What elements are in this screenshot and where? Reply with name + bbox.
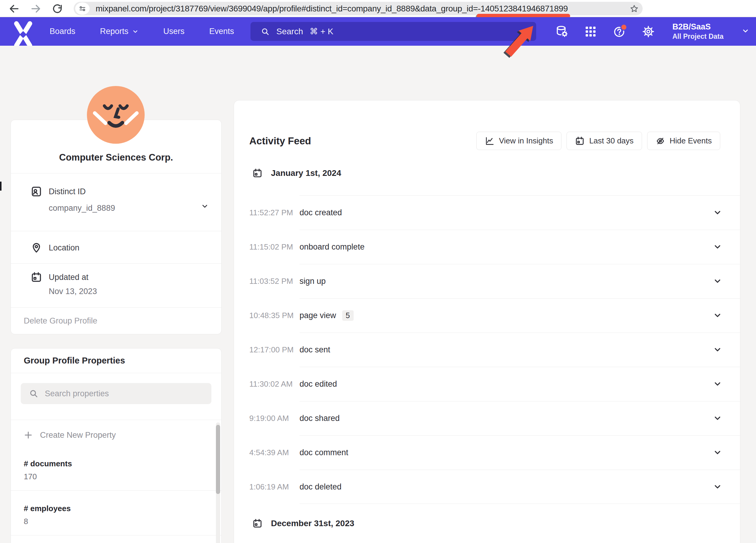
event-chevron-down-icon[interactable] [713, 333, 722, 367]
distinct-id-value[interactable]: company_id_8889 [11, 204, 221, 213]
nav-item-events[interactable]: Events [209, 27, 234, 36]
event-chevron-down-icon[interactable] [713, 298, 722, 333]
property-value: 170 [24, 472, 221, 481]
properties-scrollbar-thumb[interactable] [216, 425, 220, 494]
eye-off-icon [656, 136, 665, 146]
event-name: doc deleted [300, 470, 342, 504]
event-row[interactable]: 1:06:19 AM doc deleted [234, 470, 740, 504]
nav-item-boards[interactable]: Boards [50, 27, 75, 36]
properties-list: Create New Property # documents 170 [11, 424, 221, 535]
project-chevron-down-icon[interactable] [742, 27, 749, 36]
last-30-days-button[interactable]: Last 30 days [567, 132, 642, 150]
event-name: onboard complete [300, 230, 364, 264]
nav-item-reports[interactable]: Reports [100, 27, 139, 36]
group-profile-card: Computer Sciences Corp. Distinct ID comp… [11, 120, 222, 334]
event-chevron-down-icon[interactable] [713, 401, 722, 435]
notification-dot [620, 24, 627, 31]
event-name: doc sent [300, 333, 330, 367]
chevron-down-icon [132, 28, 139, 35]
hide-events-button[interactable]: Hide Events [647, 132, 720, 150]
calendar-icon [575, 136, 585, 146]
search-icon [29, 389, 38, 400]
event-row[interactable]: 11:30:02 AM doc edited [234, 367, 740, 401]
browser-back-icon[interactable] [8, 3, 20, 14]
event-chevron-down-icon[interactable] [713, 367, 722, 401]
event-name-text: doc created [300, 208, 342, 217]
create-new-property-button[interactable]: Create New Property [11, 424, 221, 446]
help-icon[interactable] [613, 25, 626, 38]
event-chevron-down-icon[interactable] [713, 435, 722, 470]
apps-grid-icon[interactable] [584, 25, 597, 38]
main-nav-menu: Boards Reports Users Events [50, 17, 234, 46]
distinct-id-chevron-down-icon[interactable] [201, 202, 209, 211]
nav-reports-label: Reports [100, 27, 129, 36]
property-item[interactable]: # documents 170 [11, 446, 221, 491]
event-name: doc created [300, 195, 342, 230]
group-profile-properties-card: Group Profile Properties Create New Prop… [11, 348, 222, 543]
event-name: page view5 [300, 298, 354, 333]
activity-feed-card: Activity Feed View in Insights La [234, 100, 740, 543]
search-icon [261, 27, 270, 36]
event-row[interactable]: 9:19:00 AM doc shared [234, 401, 740, 435]
id-badge-icon [31, 186, 42, 197]
nav-events-label: Events [209, 27, 234, 36]
event-name: doc edited [300, 367, 337, 401]
properties-items: # documents 170 # employees 8 [11, 446, 221, 535]
updated-at-section: Updated at Nov 13, 2023 [11, 263, 221, 307]
activity-feed-actions: View in Insights Last 30 days [476, 132, 720, 150]
event-row[interactable]: 11:52:27 PM doc created [234, 195, 740, 230]
event-row[interactable]: 10:48:35 PM page view5 [234, 298, 740, 333]
event-time: 10:48:35 PM [249, 298, 293, 333]
content-area: Computer Sciences Corp. Distinct ID comp… [0, 46, 756, 543]
browser-forward-icon[interactable] [30, 3, 41, 14]
properties-search-section [11, 373, 221, 420]
url-text[interactable]: mixpanel.com/project/3187769/view/369904… [96, 2, 568, 15]
nav-item-users[interactable]: Users [163, 27, 185, 36]
properties-search-input[interactable] [21, 383, 211, 404]
event-chevron-down-icon[interactable] [713, 470, 722, 504]
site-settings-icon[interactable] [75, 2, 90, 15]
plus-icon [24, 431, 33, 440]
line-chart-icon [485, 136, 494, 146]
settings-gear-icon[interactable] [642, 25, 655, 38]
project-selector[interactable]: B2B/SaaS All Project Data [672, 22, 724, 41]
navbar-right-cluster: B2B/SaaS All Project Data [555, 17, 749, 46]
calendar-icon [252, 518, 263, 529]
event-time: 11:03:52 PM [249, 264, 293, 298]
event-name-text: page view [300, 311, 336, 320]
bookmark-star-icon[interactable] [629, 4, 639, 15]
event-chevron-down-icon[interactable] [713, 195, 722, 230]
property-name: # documents [24, 459, 221, 468]
global-search-label: Search [276, 27, 303, 36]
event-row[interactable]: 4:54:39 AM doc comment [234, 435, 740, 470]
project-scope: All Project Data [672, 32, 724, 41]
location-label: Location [49, 243, 79, 253]
last-30-days-label: Last 30 days [589, 136, 633, 146]
event-name-text: sign up [300, 277, 326, 286]
url-highlighted-id: -1405123841946871899 [478, 4, 568, 14]
event-row[interactable]: 12:17:00 PM doc sent [234, 333, 740, 367]
browser-reload-icon[interactable] [52, 3, 63, 14]
event-chevron-down-icon[interactable] [713, 230, 722, 264]
activity-feed-title: Activity Feed [249, 135, 311, 147]
event-row[interactable]: 11:15:02 PM onboard complete [234, 230, 740, 264]
nav-users-label: Users [163, 27, 185, 36]
event-name-text: onboard complete [300, 242, 364, 252]
event-chevron-down-icon[interactable] [713, 264, 722, 298]
company-avatar [87, 86, 145, 144]
mixpanel-logo-icon[interactable] [11, 21, 35, 42]
properties-panel-title: Group Profile Properties [11, 348, 221, 373]
event-row[interactable]: 11:03:52 PM sign up [234, 264, 740, 298]
nav-boards-label: Boards [50, 27, 75, 36]
event-time: 9:19:00 AM [249, 401, 289, 435]
screen-edge-mark [0, 182, 2, 191]
url-bar[interactable]: mixpanel.com/project/3187769/view/369904… [74, 2, 643, 15]
delete-group-profile-button[interactable]: Delete Group Profile [11, 307, 221, 334]
data-management-icon[interactable] [555, 25, 568, 38]
date-heading-label: December 31st, 2023 [271, 519, 354, 528]
property-item[interactable]: # employees 8 [11, 491, 221, 535]
hide-events-label: Hide Events [670, 136, 712, 146]
view-in-insights-button[interactable]: View in Insights [476, 132, 561, 150]
global-search-input[interactable]: Search ⌘ + K [250, 22, 536, 41]
event-name-text: doc sent [300, 345, 330, 354]
